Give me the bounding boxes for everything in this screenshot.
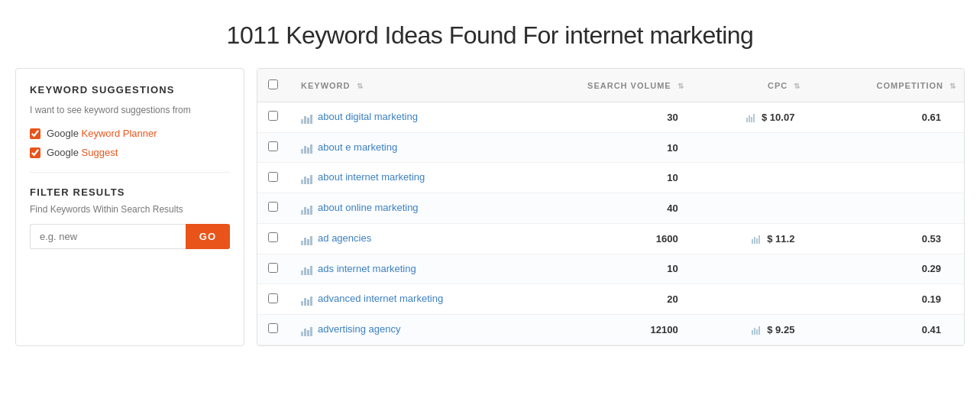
select-all-checkbox[interactable] — [268, 79, 278, 89]
keyword-cell: about e marketing — [293, 132, 565, 163]
svg-rect-29 — [304, 267, 306, 275]
gkp-label: Google Keyword Planner — [47, 128, 157, 139]
sidebar: KEYWORD SUGGESTIONS I want to see keywor… — [15, 68, 244, 346]
filter-results-desc: Find Keywords Within Search Results — [30, 204, 230, 215]
svg-rect-34 — [307, 300, 309, 306]
filter-input[interactable] — [30, 224, 186, 249]
svg-rect-22 — [307, 239, 309, 245]
svg-rect-13 — [304, 177, 306, 184]
cpc-cell — [692, 284, 809, 315]
competition-cell: 0.61 — [808, 102, 964, 133]
table-row: about internet marketing10 — [257, 163, 964, 193]
bar-chart-icon[interactable] — [301, 323, 318, 335]
cpc-cell — [692, 132, 809, 163]
svg-rect-37 — [304, 329, 306, 336]
competition-cell — [808, 163, 964, 193]
search-volume-value: 40 — [667, 202, 678, 214]
source-gkp[interactable]: Google Keyword Planner — [30, 128, 230, 139]
th-keyword[interactable]: KEYWORD ⇅ — [293, 69, 565, 102]
keyword-cell: about internet marketing — [293, 163, 565, 193]
search-volume-value: 10 — [667, 142, 678, 154]
bar-chart-icon[interactable] — [301, 172, 318, 184]
svg-rect-43 — [758, 326, 760, 335]
table-row: advanced internet marketing200.19 — [257, 284, 964, 315]
cpc-value: $ 10.07 — [762, 112, 794, 123]
keyword-link[interactable]: advertising agency — [318, 323, 400, 335]
keyword-link[interactable]: about online marketing — [318, 202, 419, 213]
keyword-cell: advertising agency — [293, 314, 565, 345]
keyword-link[interactable]: ads internet marketing — [318, 263, 416, 274]
row-checkbox[interactable] — [268, 111, 278, 121]
svg-rect-32 — [301, 301, 303, 306]
svg-rect-28 — [301, 271, 303, 275]
table-row: about e marketing10 — [257, 132, 964, 163]
search-volume-value: 1600 — [656, 233, 678, 245]
search-volume-cell: 40 — [565, 193, 691, 224]
table-body: about digital marketing30 $ 10.070.61 ab… — [257, 102, 964, 345]
gkp-link-text: Keyword Planner — [82, 128, 157, 139]
comp-sort-icon: ⇅ — [949, 82, 956, 90]
bar-chart-icon[interactable] — [301, 141, 318, 154]
table-row: about online marketing40 — [257, 193, 964, 224]
row-checkbox[interactable] — [268, 293, 278, 303]
competition-value: 0.53 — [922, 233, 941, 245]
keyword-link[interactable]: about internet marketing — [318, 171, 425, 183]
keyword-link[interactable]: about e marketing — [318, 141, 397, 153]
search-volume-cell: 1600 — [565, 223, 691, 254]
svg-rect-3 — [310, 115, 312, 124]
search-volume-cell: 12100 — [565, 314, 691, 345]
competition-cell: 0.53 — [808, 223, 964, 254]
keyword-link[interactable]: ad agencies — [318, 232, 371, 244]
th-search-volume[interactable]: SEARCH VOLUME ⇅ — [565, 69, 691, 102]
row-checkbox[interactable] — [268, 263, 278, 273]
bar-chart-icon[interactable] — [301, 202, 318, 215]
table-header-row: KEYWORD ⇅ SEARCH VOLUME ⇅ CPC ⇅ COMPETIT… — [257, 69, 964, 102]
svg-rect-15 — [310, 175, 312, 184]
search-volume-cell: 10 — [565, 254, 691, 284]
th-cpc[interactable]: CPC ⇅ — [692, 69, 809, 102]
table-row: ads internet marketing100.29 — [257, 254, 964, 284]
svg-rect-21 — [304, 238, 306, 245]
gs-link-text: Suggest — [82, 147, 118, 158]
gs-checkbox[interactable] — [30, 147, 40, 158]
cpc-cell — [692, 163, 809, 193]
row-checkbox[interactable] — [268, 141, 278, 151]
gs-label: Google Suggest — [47, 147, 118, 158]
bar-chart-icon[interactable] — [301, 293, 318, 306]
svg-rect-26 — [756, 238, 758, 244]
bar-chart-icon[interactable] — [301, 232, 318, 245]
svg-rect-30 — [307, 269, 309, 275]
svg-rect-0 — [301, 119, 303, 124]
keyword-link[interactable]: about digital marketing — [318, 111, 418, 122]
keyword-sort-icon: ⇅ — [357, 82, 364, 90]
go-button[interactable]: GO — [186, 224, 230, 249]
row-checkbox[interactable] — [268, 323, 278, 333]
keyword-cell: about digital marketing — [293, 102, 565, 133]
row-checkbox[interactable] — [268, 232, 278, 242]
filter-input-row: GO — [30, 224, 230, 249]
cpc-cell — [692, 193, 809, 224]
row-checkbox[interactable] — [268, 202, 278, 212]
svg-rect-35 — [310, 296, 312, 306]
table-row: about digital marketing30 $ 10.070.61 — [257, 102, 964, 133]
gkp-checkbox[interactable] — [30, 128, 40, 139]
search-volume-value: 10 — [667, 172, 678, 183]
bar-chart-icon[interactable] — [301, 111, 318, 123]
keyword-cell: ad agencies — [293, 223, 565, 254]
search-volume-value: 30 — [667, 112, 678, 123]
svg-rect-36 — [301, 332, 303, 336]
keyword-suggestions-title: KEYWORD SUGGESTIONS — [30, 84, 230, 96]
source-gs[interactable]: Google Suggest — [30, 147, 230, 158]
competition-value: 0.41 — [922, 324, 941, 335]
sidebar-divider — [30, 172, 230, 173]
search-volume-value: 12100 — [651, 324, 678, 335]
search-volume-cell: 10 — [565, 132, 691, 163]
keyword-link[interactable]: advanced internet marketing — [318, 293, 443, 304]
svg-rect-23 — [310, 236, 312, 245]
th-competition[interactable]: COMPETITION ⇅ — [808, 69, 964, 102]
svg-rect-4 — [746, 118, 748, 122]
search-volume-value: 20 — [667, 293, 678, 305]
row-checkbox[interactable] — [268, 172, 278, 182]
bar-chart-icon[interactable] — [301, 263, 318, 275]
th-select-all[interactable] — [257, 69, 293, 102]
